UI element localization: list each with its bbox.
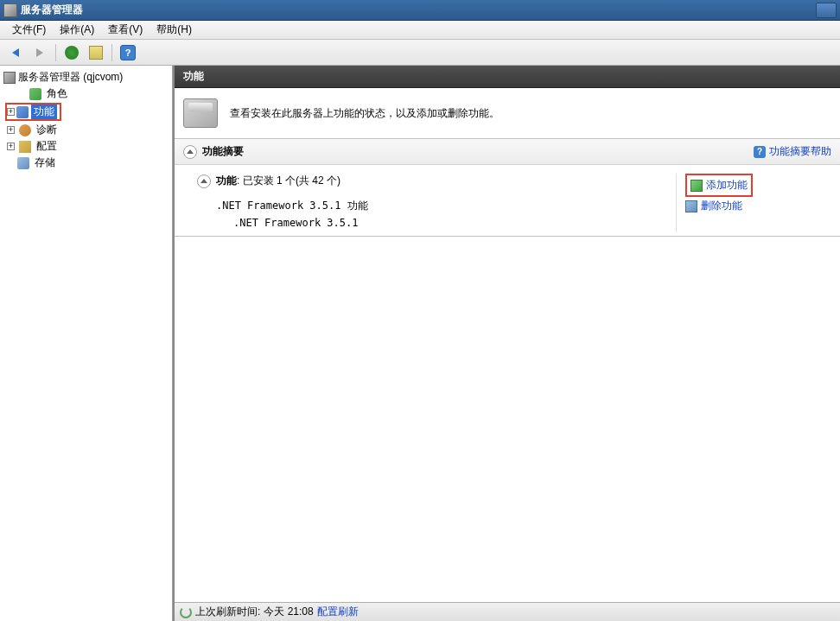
content-description-text: 查看安装在此服务器上功能的状态，以及添加或删除功能。 bbox=[230, 106, 500, 121]
toolbar: ? bbox=[0, 40, 840, 66]
features-installed-count: : 已安装 1 个(共 42 个) bbox=[237, 174, 340, 188]
nav-forward-button[interactable] bbox=[29, 42, 50, 63]
remove-features-link[interactable]: 删除功能 bbox=[685, 197, 831, 215]
nav-back-button[interactable] bbox=[5, 42, 26, 63]
summary-title: 功能摘要 bbox=[202, 144, 754, 159]
export-icon bbox=[89, 46, 103, 60]
toolbar-separator bbox=[111, 44, 112, 61]
menu-bar: 文件(F) 操作(A) 查看(V) 帮助(H) bbox=[0, 21, 840, 40]
tree-item-features[interactable]: + 功能 bbox=[2, 102, 170, 122]
content-panel: 功能 查看安装在此服务器上功能的状态，以及添加或删除功能。 功能摘要 ? 功能摘… bbox=[173, 66, 840, 621]
content-description-row: 查看安装在此服务器上功能的状态，以及添加或删除功能。 bbox=[175, 88, 840, 139]
tree-label-roles: 角色 bbox=[47, 86, 67, 101]
add-icon bbox=[690, 180, 703, 192]
expander-icon[interactable]: + bbox=[7, 108, 15, 116]
chevron-up-icon bbox=[200, 179, 207, 183]
tree-label-configuration: 配置 bbox=[36, 139, 57, 154]
features-icon bbox=[16, 106, 29, 118]
tree-item-roles[interactable]: 角色 bbox=[2, 86, 170, 102]
features-subsection: 功能 : 已安装 1 个(共 42 个) .NET Framework 3.5.… bbox=[175, 165, 840, 236]
remove-features-label: 删除功能 bbox=[701, 199, 742, 213]
features-label: 功能 bbox=[216, 174, 237, 188]
main-area: 服务器管理器 (qjcvom) 角色 + 功能 + 诊断 + 配置 存储 bbox=[0, 66, 840, 621]
tree-root-label: 服务器管理器 (qjcvom) bbox=[18, 70, 123, 85]
menu-help[interactable]: 帮助(H) bbox=[150, 21, 199, 39]
refresh-icon bbox=[65, 46, 79, 60]
menu-view[interactable]: 查看(V) bbox=[101, 21, 150, 39]
tree-item-configuration[interactable]: + 配置 bbox=[2, 138, 170, 155]
window-titlebar: 服务器管理器 bbox=[0, 0, 840, 21]
features-count-row: 功能 : 已安装 1 个(共 42 个) bbox=[197, 174, 676, 188]
storage-icon bbox=[17, 157, 29, 169]
server-icon bbox=[3, 72, 16, 84]
expander-placeholder bbox=[17, 90, 25, 98]
help-button[interactable]: ? bbox=[118, 42, 138, 63]
last-refresh-label: 上次刷新时间: bbox=[195, 605, 260, 619]
toolbox-icon bbox=[183, 98, 218, 128]
summary-header: 功能摘要 ? 功能摘要帮助 bbox=[175, 139, 840, 165]
tree-root-server-manager[interactable]: 服务器管理器 (qjcvom) bbox=[2, 69, 170, 86]
help-icon: ? bbox=[754, 146, 766, 158]
status-bar: 上次刷新时间: 今天 21:08 配置刷新 bbox=[175, 602, 840, 621]
tree-item-diagnostics[interactable]: + 诊断 bbox=[2, 122, 170, 138]
installed-features-list: .NET Framework 3.5.1 功能 .NET Framework 3… bbox=[197, 197, 676, 232]
minimize-button[interactable] bbox=[816, 3, 837, 18]
expander-icon[interactable]: + bbox=[7, 126, 15, 134]
summary-help-link-label: 功能摘要帮助 bbox=[769, 144, 831, 159]
chevron-up-icon bbox=[187, 149, 194, 154]
summary-help-link[interactable]: ? 功能摘要帮助 bbox=[754, 144, 831, 159]
configuration-icon bbox=[19, 141, 31, 153]
refresh-status-icon bbox=[180, 606, 192, 618]
tree-label-features: 功能 bbox=[31, 105, 57, 119]
tree-item-storage[interactable]: 存储 bbox=[2, 155, 170, 171]
blank-content-area bbox=[175, 237, 840, 602]
collapse-button[interactable] bbox=[183, 145, 197, 159]
feature-actions: 添加功能 删除功能 bbox=[676, 174, 831, 232]
roles-icon bbox=[29, 88, 41, 100]
features-summary-section: 功能摘要 ? 功能摘要帮助 功能 : 已安装 1 个(共 42 个) bbox=[175, 139, 840, 237]
feature-item: .NET Framework 3.5.1 功能 bbox=[216, 197, 676, 214]
collapse-button[interactable] bbox=[197, 174, 211, 188]
content-header-title: 功能 bbox=[183, 69, 204, 84]
feature-subitem: .NET Framework 3.5.1 bbox=[216, 214, 676, 231]
remove-icon bbox=[685, 200, 697, 212]
configure-refresh-link[interactable]: 配置刷新 bbox=[317, 605, 359, 619]
last-refresh-time: 今天 21:08 bbox=[264, 605, 313, 619]
refresh-button[interactable] bbox=[61, 42, 82, 63]
help-icon: ? bbox=[120, 45, 136, 60]
add-features-label: 添加功能 bbox=[706, 178, 748, 193]
menu-action[interactable]: 操作(A) bbox=[53, 21, 101, 39]
diagnostics-icon bbox=[19, 124, 31, 136]
app-icon bbox=[3, 3, 17, 17]
content-header: 功能 bbox=[175, 66, 840, 88]
expander-icon[interactable]: + bbox=[7, 143, 15, 150]
tree-label-diagnostics: 诊断 bbox=[36, 123, 57, 137]
add-features-link[interactable]: 添加功能 bbox=[690, 176, 748, 194]
tree-label-storage: 存储 bbox=[35, 155, 55, 170]
export-button[interactable] bbox=[86, 42, 106, 63]
navigation-tree: 服务器管理器 (qjcvom) 角色 + 功能 + 诊断 + 配置 存储 bbox=[0, 66, 173, 621]
menu-file[interactable]: 文件(F) bbox=[5, 21, 53, 39]
window-title: 服务器管理器 bbox=[21, 3, 816, 17]
toolbar-separator bbox=[55, 44, 56, 61]
arrow-left-icon bbox=[12, 48, 19, 57]
arrow-right-icon bbox=[36, 48, 43, 57]
